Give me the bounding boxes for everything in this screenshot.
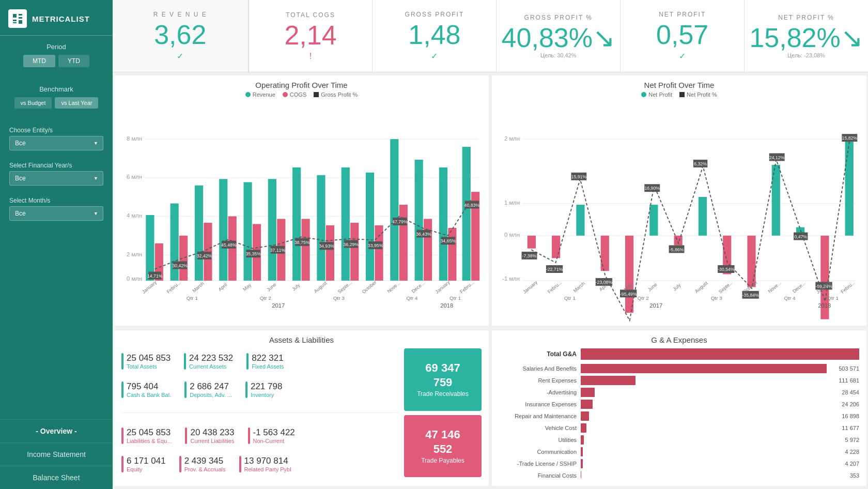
svg-text:Septe...: Septe... [718, 280, 734, 294]
svg-text:32,42%: 32,42% [197, 253, 212, 258]
ga-item-row: Communication4 228 [499, 447, 859, 456]
ga-item-row: Vehicle Cost11 677 [499, 423, 859, 433]
svg-text:May: May [242, 282, 252, 292]
bar-rev-jan [146, 215, 154, 281]
prov-item: 2 439 345 Prov. & Accruals [179, 456, 226, 472]
related-party-bar [239, 456, 241, 472]
trade-payables-box: 47 146 552 Trade Payables [404, 415, 482, 478]
bottom-row: Assets & Liabilities 25 045 853 Total As… [113, 329, 868, 489]
svg-text:2018: 2018 [818, 302, 831, 309]
assets-title: Assets & Liabilities [121, 335, 482, 344]
svg-rect-106 [699, 197, 707, 236]
op-profit-chart-panel: Operating Profit Over Time Revenue COGS … [114, 75, 489, 326]
svg-text:16,90%: 16,90% [644, 186, 660, 191]
svg-rect-99 [528, 236, 536, 249]
svg-text:Septe...: Septe... [337, 280, 353, 294]
vs-last-year-button[interactable]: vs Last Year [55, 97, 98, 109]
svg-text:Qtr 2: Qtr 2 [260, 295, 272, 301]
vs-budget-button[interactable]: vs Budget [14, 97, 52, 109]
svg-text:2018: 2018 [440, 302, 453, 309]
svg-text:0 млн: 0 млн [504, 232, 520, 238]
deposits-info: 2 686 247 Deposits, Adv. ... [190, 381, 232, 398]
kpi-net-profit-pct: Net Profit % 15,82%↘ Цель: -23,08% [745, 0, 868, 72]
svg-text:2 млн: 2 млн [504, 135, 520, 142]
svg-rect-19 [204, 223, 212, 281]
svg-text:Qtr 3: Qtr 3 [333, 295, 345, 301]
svg-rect-27 [302, 219, 310, 280]
svg-rect-20 [219, 179, 227, 281]
svg-text:Febru...: Febru... [459, 280, 475, 294]
liab-equity-item: 25 045 853 Liabilities & Equ... [121, 427, 172, 444]
net-profit-chart-panel: Net Profit Over Time Net Profit Net Prof… [492, 75, 866, 326]
entity-select[interactable]: Все [9, 136, 103, 150]
nav-balance-sheet[interactable]: Balance Sheet [0, 466, 113, 489]
deposits-value: 2 686 247 [190, 381, 232, 392]
svg-rect-28 [317, 175, 325, 281]
svg-rect-112 [845, 141, 854, 236]
month-label: Select Month/s [9, 197, 103, 204]
legend-revenue-label: Revenue [253, 91, 275, 98]
nav-income-statement[interactable]: Income Statement [0, 442, 113, 466]
svg-text:March: March [192, 281, 205, 293]
op-profit-legend: Revenue COGS Gross Profit % [121, 91, 482, 98]
entity-section: Choose Entity/s Все [0, 119, 113, 155]
svg-rect-1 [19, 14, 22, 16]
svg-rect-29 [326, 225, 334, 281]
ga-item-bar-wrap [581, 435, 827, 445]
svg-text:Qtr 1: Qtr 1 [450, 295, 461, 301]
current-liab-label: Current Liabilities [190, 438, 234, 444]
equity-item: 6 171 041 Equity [121, 456, 166, 472]
total-assets-value: 25 045 853 [127, 353, 171, 363]
op-profit-chart-title: Operating Profit Over Time [121, 81, 482, 89]
ga-item-bar [581, 435, 584, 445]
benchmark-section: Benchmark vs Budget vs Last Year [0, 78, 113, 115]
ga-item-value: 5 972 [831, 437, 859, 443]
legend-gp-pct-label: Gross Profit % [321, 91, 358, 98]
kpi-revenue: R E V E N U E 3,62 ✓ [113, 0, 249, 72]
kpi-gross-profit-pct-title: Gross Profit % [524, 14, 593, 21]
legend-net-profit-label: Net Profit [648, 91, 672, 98]
prov-label: Prov. & Accruals [184, 466, 226, 472]
current-assets-label: Current Assets [189, 363, 233, 370]
svg-text:-22,71%: -22,71% [546, 267, 563, 272]
kpi-net-profit: Net Profit 0,57 ✓ [621, 0, 745, 72]
svg-text:Qtr 4: Qtr 4 [784, 295, 796, 301]
kpi-net-profit-value: 0,57 [656, 21, 708, 48]
ga-item-label: -Advertising [499, 389, 577, 395]
svg-text:15,91%: 15,91% [571, 174, 587, 179]
non-current-info: -1 563 422 Non-Current [253, 427, 295, 444]
current-assets-item: 24 223 532 Current Assets [184, 353, 233, 370]
svg-rect-37 [424, 219, 432, 280]
kpi-boxes: 69 347 759 Trade Receivables 47 146 552 … [404, 348, 482, 477]
ga-item-value: 4 228 [831, 449, 859, 455]
svg-rect-5 [19, 20, 22, 24]
ga-item-bar-wrap [581, 447, 827, 456]
ytd-button[interactable]: YTD [58, 55, 89, 67]
trade-receivables-value2: 759 [433, 376, 453, 389]
svg-rect-22 [243, 182, 252, 280]
ga-item-label: Insurance Expenses [499, 401, 577, 407]
cash-label: Cash & Bank Bal. [127, 392, 171, 398]
month-select[interactable]: Все [9, 206, 103, 221]
nav-overview[interactable]: - Overview - [0, 419, 113, 442]
liab-equity-bar [121, 427, 123, 444]
total-assets-info: 25 045 853 Total Assets [127, 353, 171, 370]
assets-row-2: 795 404 Cash & Bank Bal. 2 686 247 Depos… [121, 381, 399, 398]
op-profit-svg-wrap: 8 млн 6 млн 4 млн 2 млн 0 млн [121, 100, 482, 323]
logo-area: METRICALIST [0, 0, 113, 36]
svg-text:1 млн: 1 млн [504, 200, 520, 206]
month-dropdown-wrap: Все [9, 206, 103, 221]
ga-item-bar [581, 400, 593, 409]
ga-item-bar [581, 376, 636, 385]
inventory-item: 221 798 Inventory [245, 381, 282, 398]
svg-text:0,47%: 0,47% [794, 234, 807, 239]
deposits-bar [184, 381, 187, 398]
svg-rect-30 [342, 167, 350, 281]
mtd-button[interactable]: MTD [23, 55, 55, 67]
ga-item-bar-wrap [581, 423, 827, 433]
legend-revenue-dot [245, 92, 251, 97]
svg-text:Dece...: Dece... [792, 280, 807, 294]
trade-receivables-box: 69 347 759 Trade Receivables [404, 348, 482, 411]
svg-text:Qtr 2: Qtr 2 [638, 295, 649, 301]
financial-year-select[interactable]: Все [9, 171, 103, 186]
